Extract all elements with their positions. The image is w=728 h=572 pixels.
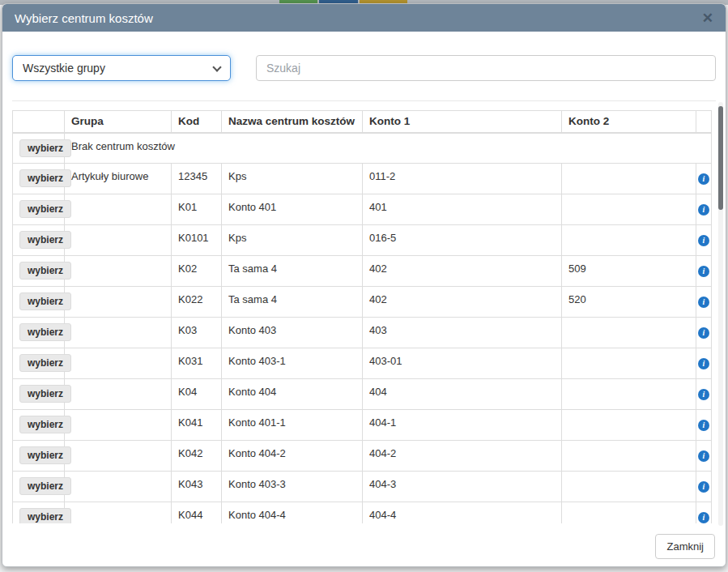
cell-konto2: 520 [562,286,696,317]
wybierz-cell: wybierz [13,194,65,224]
wybierz-cell: wybierz [13,348,65,378]
column-header-empty-6 [696,111,712,133]
cell-grupa: Artykuły biurowe [65,163,172,194]
cell-grupa [65,255,172,286]
info-cell: i [696,409,712,440]
wybierz-button[interactable]: wybierz [19,139,71,157]
wybierz-button[interactable]: wybierz [19,416,71,433]
filter-controls: Wszystkie grupy [12,55,716,81]
modal-title: Wybierz centrum kosztów [15,11,702,25]
table-row: wybierzK0101Kps016-5i [13,224,712,255]
table-row: wybierzK04Konto 404404i [13,378,712,409]
info-cell: i [696,317,712,348]
cell-konto1: 011-2 [363,163,562,194]
info-icon[interactable]: i [698,173,709,185]
info-icon[interactable]: i [698,358,709,369]
wybierz-button[interactable]: wybierz [19,508,71,524]
wybierz-button[interactable]: wybierz [19,446,71,464]
cell-nazwa: Konto 404-4 [222,502,363,523]
wybierz-cell: wybierz [13,163,65,194]
wybierz-button[interactable]: wybierz [19,292,71,310]
wybierz-button[interactable]: wybierz [19,323,71,341]
cell-kod: K041 [172,409,222,440]
cell-konto2 [562,348,696,378]
table-row: wybierzK022Ta sama 4402520i [13,286,712,317]
wybierz-cell: wybierz [13,286,65,317]
wybierz-button[interactable]: wybierz [19,477,71,495]
column-header-konto-1: Konto 1 [363,111,562,133]
table-row: wybierzK01Konto 401401i [13,194,712,224]
info-icon[interactable]: i [698,204,709,216]
cell-konto1: 404-4 [363,502,562,523]
cell-konto2 [562,378,696,409]
info-icon[interactable]: i [698,481,709,493]
cell-konto1: 016-5 [363,224,562,255]
cell-konto2 [562,317,696,348]
cell-nazwa: Konto 403-3 [222,471,363,502]
table-row: wybierzK041Konto 401-1404-1i [13,409,712,440]
column-header-grupa: Grupa [65,111,172,133]
table-row: wybierzK044Konto 404-4404-4i [13,502,712,523]
wybierz-cell: wybierz [13,133,65,164]
table-row: wybierzK042Konto 404-2404-2i [13,440,712,471]
search-input[interactable] [256,55,716,81]
close-icon[interactable]: ✕ [702,11,713,25]
cell-kod: K043 [172,471,222,502]
cell-no-center-label: Brak centrum kosztów [65,133,712,164]
cell-grupa [65,224,172,255]
cell-grupa [65,378,172,409]
column-header-nazwa-centrum-kosztów: Nazwa centrum kosztów [222,111,363,133]
cell-grupa [65,502,172,523]
cell-kod: K0101 [172,224,222,255]
wybierz-button[interactable]: wybierz [19,231,71,249]
wybierz-button[interactable]: wybierz [19,385,71,403]
cell-nazwa: Ta sama 4 [222,286,363,317]
group-select[interactable]: Wszystkie grupy [12,55,231,81]
cell-kod: K04 [172,378,222,409]
info-icon[interactable]: i [698,266,709,277]
cell-nazwa: Konto 401 [222,194,363,224]
wybierz-cell: wybierz [13,224,65,255]
info-icon[interactable]: i [698,297,709,308]
column-header-empty-0 [13,111,65,133]
table-row: wybierzK03Konto 403403i [13,317,712,348]
cost-center-table: GrupaKodNazwa centrum kosztówKonto 1Kont… [12,110,712,523]
info-cell: i [696,348,712,378]
cell-konto2 [562,471,696,502]
table-row: wybierzK031Konto 403-1403-01i [13,348,712,378]
cell-grupa [65,440,172,471]
info-icon[interactable]: i [698,389,709,400]
cell-kod: K022 [172,286,222,317]
table-scrollbar[interactable] [718,102,723,526]
wybierz-button[interactable]: wybierz [19,262,71,280]
cell-konto1: 404-2 [363,440,562,471]
info-cell: i [696,286,712,317]
wybierz-cell: wybierz [13,409,65,440]
info-icon[interactable]: i [698,450,709,462]
table-header-row: GrupaKodNazwa centrum kosztówKonto 1Kont… [13,111,712,133]
cell-konto2 [562,409,696,440]
info-icon[interactable]: i [698,420,709,431]
wybierz-button[interactable]: wybierz [19,169,71,187]
table-row: wybierzK02Ta sama 4402509i [13,255,712,286]
info-icon[interactable]: i [698,512,709,523]
cell-konto2: 509 [562,255,696,286]
info-cell: i [696,378,712,409]
info-icon[interactable]: i [698,327,709,339]
wybierz-button[interactable]: wybierz [19,200,71,218]
info-cell: i [696,255,712,286]
cell-nazwa: Kps [222,224,363,255]
info-icon[interactable]: i [698,235,709,246]
scrollbar-thumb[interactable] [718,106,723,210]
cell-nazwa: Kps [222,163,363,194]
cell-konto1: 403 [363,317,562,348]
cell-konto2 [562,502,696,523]
table-row: wybierzArtykuły biurowe12345Kps011-2i [13,163,712,194]
cell-kod: K03 [172,317,222,348]
zamknij-button[interactable]: Zamknij [655,534,715,559]
info-cell: i [696,471,712,502]
info-cell: i [696,224,712,255]
cell-nazwa: Konto 404-2 [222,440,363,471]
cell-nazwa: Konto 404 [222,378,363,409]
wybierz-button[interactable]: wybierz [19,354,71,372]
